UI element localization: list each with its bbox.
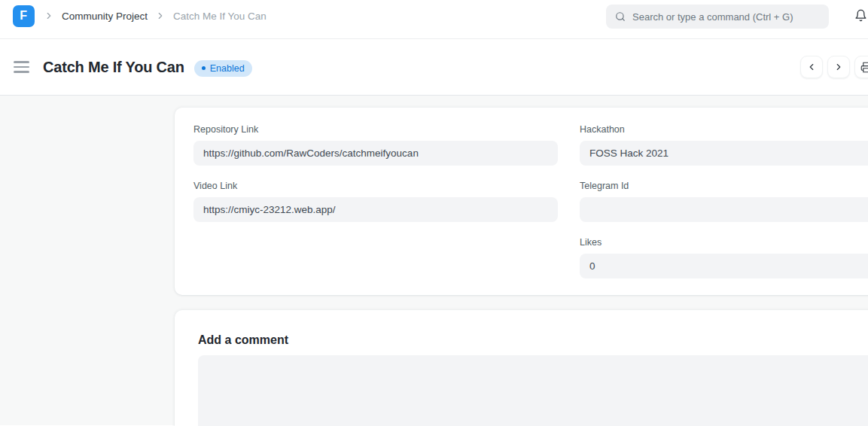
page-title: Catch Me If You Can xyxy=(43,59,184,76)
field-label: Likes xyxy=(580,237,868,248)
field-label: Hackathon xyxy=(580,124,868,135)
frappe-logo-letter: F xyxy=(20,9,27,23)
breadcrumb-item-current: Catch Me If You Can xyxy=(173,11,266,22)
field-label: Repository Link xyxy=(193,124,558,135)
telegram-id-field: Telegram Id xyxy=(580,181,868,222)
hackathon-input[interactable] xyxy=(580,141,868,166)
breadcrumb: Community Project Catch Me If You Can xyxy=(44,11,266,22)
menu-icon xyxy=(14,61,29,63)
search-input[interactable] xyxy=(632,11,820,23)
status-badge-label: Enabled xyxy=(210,63,245,74)
notifications-button[interactable] xyxy=(854,9,867,22)
likes-input[interactable] xyxy=(580,254,868,278)
chevron-right-icon xyxy=(833,62,844,72)
printer-icon xyxy=(860,62,868,73)
repository-link-field: Repository Link xyxy=(193,124,558,166)
field-label: Video Link xyxy=(193,181,558,192)
chevron-right-icon xyxy=(155,11,166,21)
print-button[interactable] xyxy=(854,56,868,78)
chevron-right-icon xyxy=(44,11,54,21)
next-document-button[interactable] xyxy=(827,56,850,78)
status-badge: Enabled xyxy=(194,60,252,77)
form-column-right: Hackathon Telegram Id Likes xyxy=(580,124,868,294)
form-card: Repository Link Video Link Hackathon Tel… xyxy=(175,108,868,295)
page-content: Repository Link Video Link Hackathon Tel… xyxy=(0,96,868,425)
comment-input[interactable] xyxy=(198,355,868,426)
page-head: Catch Me If You Can Enabled xyxy=(0,39,868,96)
navbar: F Community Project Catch Me If You Can xyxy=(0,0,868,39)
video-link-input[interactable] xyxy=(193,197,558,222)
menu-icon xyxy=(14,66,29,68)
likes-field: Likes xyxy=(580,237,868,278)
menu-icon xyxy=(14,71,29,73)
field-label: Telegram Id xyxy=(580,181,868,192)
status-dot xyxy=(202,66,206,70)
prev-document-button[interactable] xyxy=(800,56,823,78)
chevron-left-icon xyxy=(806,62,817,72)
sidebar-toggle-button[interactable] xyxy=(14,61,29,73)
comment-section-heading: Add a comment xyxy=(198,333,868,346)
hackathon-field: Hackathon xyxy=(580,124,868,166)
form-column-left: Repository Link Video Link xyxy=(193,124,558,294)
video-link-field: Video Link xyxy=(193,181,558,222)
telegram-id-input[interactable] xyxy=(580,197,868,222)
search-icon xyxy=(615,11,626,22)
breadcrumb-item-community-project[interactable]: Community Project xyxy=(62,11,148,22)
repository-link-input[interactable] xyxy=(193,141,558,166)
frappe-logo[interactable]: F xyxy=(13,5,35,27)
page-head-actions xyxy=(800,56,868,78)
navbar-search[interactable] xyxy=(606,5,829,29)
bell-icon xyxy=(854,9,867,22)
comment-card: Add a comment xyxy=(175,310,868,426)
